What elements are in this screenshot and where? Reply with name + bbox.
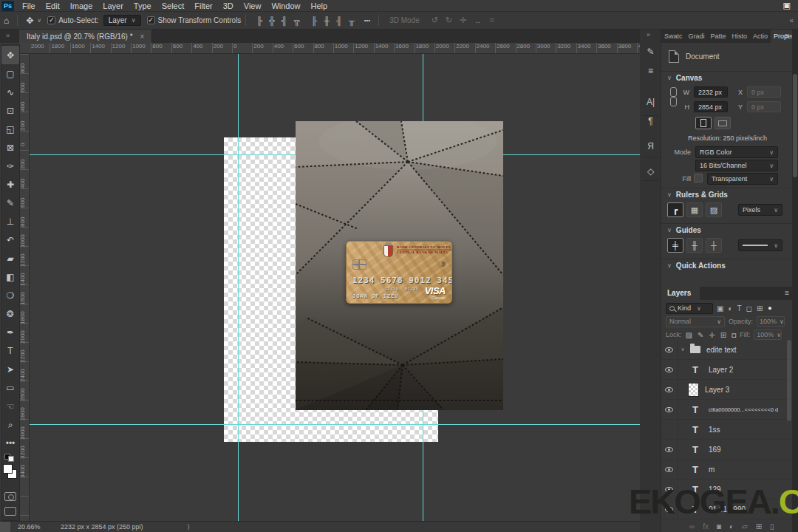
delete-layer-icon[interactable]: ▯ xyxy=(770,522,774,531)
ruler-units-dropdown[interactable]: Pixels ∨ xyxy=(738,204,782,216)
layer-row[interactable]: T 1ss xyxy=(661,420,792,440)
menu-item[interactable]: View xyxy=(239,0,267,12)
layer-row[interactable]: Layer 3 xyxy=(661,380,792,400)
pen-tool[interactable]: ✒ xyxy=(1,323,19,341)
visibility-toggle[interactable] xyxy=(661,380,678,400)
snap-toggle-icon[interactable]: ▨ xyxy=(706,202,722,217)
grid-toggle-icon[interactable]: ▦ xyxy=(686,202,703,217)
layer-name[interactable]: 169 xyxy=(709,446,721,454)
quick-actions-section-header[interactable]: ∨ Quick Actions xyxy=(661,259,792,272)
rectangle-tool[interactable]: ▭ xyxy=(1,378,19,397)
window-controls-icon[interactable]: ▣ xyxy=(783,1,791,10)
layer-row[interactable]: T 169 xyxy=(661,440,792,460)
panel-tab[interactable]: Actio xyxy=(750,30,771,43)
visibility-toggle[interactable] xyxy=(661,400,678,420)
fill-field[interactable]: 100% ∨ xyxy=(754,330,782,340)
blur-tool[interactable]: ❍ xyxy=(1,286,19,304)
width-field[interactable]: 2232 px xyxy=(694,86,728,98)
new-guide-layout-icon[interactable]: ╪ xyxy=(667,238,683,253)
clear-guides-icon[interactable]: ┼ xyxy=(706,238,722,253)
layer-thumbnail[interactable]: T xyxy=(688,464,703,475)
group-expander-icon[interactable]: ∨ xyxy=(678,347,688,352)
layer-thumbnail[interactable]: T xyxy=(688,404,703,415)
visibility-toggle[interactable] xyxy=(661,499,678,519)
menu-item[interactable]: File xyxy=(17,0,41,12)
layer-thumbnail[interactable]: T xyxy=(688,504,703,515)
menu-item[interactable]: Type xyxy=(129,0,157,12)
more-options-icon[interactable]: ••• xyxy=(361,17,374,24)
panel-tab[interactable]: Patte xyxy=(708,30,729,43)
quick-mask-button[interactable] xyxy=(4,492,16,501)
guide-horizontal-2[interactable] xyxy=(19,424,640,425)
layer-name[interactable]: Layer 2 xyxy=(709,366,733,374)
home-icon[interactable]: ⌂ xyxy=(0,16,13,26)
layer-row[interactable]: ∨ edite text xyxy=(661,340,792,360)
layer-thumbnail[interactable]: T xyxy=(688,484,703,495)
menu-item[interactable]: Edit xyxy=(41,0,65,12)
filter-shape-icon[interactable]: ◻ xyxy=(746,304,752,313)
auto-select-checkbox[interactable]: ✓ xyxy=(47,16,55,24)
filter-adjustment-icon[interactable]: ◐ xyxy=(728,304,732,313)
visibility-toggle[interactable] xyxy=(661,340,678,360)
layer-row[interactable]: T 129 xyxy=(661,480,792,499)
link-dimensions-icon[interactable] xyxy=(670,87,676,108)
eraser-tool[interactable]: ▰ xyxy=(1,249,19,267)
credit-card-layer[interactable]: BANK ĊENTRALI TA' MALTA CENTRAL BANK OF … xyxy=(346,241,452,304)
layer-name[interactable]: 01.01.1990 xyxy=(709,505,746,514)
lock-all-icon[interactable]: ◘ xyxy=(732,331,736,339)
auto-select-target-dropdown[interactable]: Layer ∨ xyxy=(103,15,141,26)
lock-artboard-icon[interactable]: ⊞ xyxy=(720,331,726,339)
brush-settings-icon[interactable]: ✎ xyxy=(640,43,661,61)
link-layers-icon[interactable]: ∞ xyxy=(689,522,695,531)
distribute-left-icon[interactable]: ╟ xyxy=(312,16,318,25)
tool-preset-chevron-icon[interactable]: ∨ xyxy=(37,17,41,24)
layer-thumbnail[interactable] xyxy=(690,346,700,353)
adjustment-layer-icon[interactable]: ◐ xyxy=(729,522,734,531)
horizontal-ruler[interactable]: 2000180016001400120010008006004002000200… xyxy=(30,43,640,54)
guide-style-dropdown[interactable]: ∨ xyxy=(738,239,782,251)
foreground-color-swatch[interactable] xyxy=(3,464,13,474)
gradient-tool[interactable]: ◧ xyxy=(1,267,19,286)
default-colors-icon[interactable] xyxy=(1,452,19,461)
height-field[interactable]: 2854 px xyxy=(694,101,728,112)
visibility-toggle[interactable] xyxy=(661,440,678,460)
clone-stamp-tool[interactable]: ⊥ xyxy=(1,212,19,231)
frame-tool[interactable]: ⊠ xyxy=(1,138,19,157)
filter-kind-dropdown[interactable]: Kind ∨ xyxy=(666,303,713,314)
layer-name[interactable]: m xyxy=(709,466,715,474)
crop-tool[interactable]: ◱ xyxy=(1,120,19,138)
layer-thumbnail[interactable]: T xyxy=(688,424,703,435)
layer-name[interactable]: 1ss xyxy=(709,426,720,434)
camera-3d-icon[interactable]: ⌗ xyxy=(489,16,494,25)
drag-3d-icon[interactable]: ✛ xyxy=(460,16,466,25)
character-panel-icon[interactable]: A| xyxy=(640,93,661,111)
rulers-grids-section-header[interactable]: ∨ Rulers & Grids xyxy=(661,188,792,201)
bit-depth-dropdown[interactable]: 16 Bits/Channel ∨ xyxy=(695,160,778,171)
hand-tool[interactable]: ☜ xyxy=(1,397,19,415)
panel-menu-icon[interactable]: ≡ xyxy=(785,32,789,40)
menu-item[interactable]: Help xyxy=(306,0,333,12)
align-right-icon[interactable]: ╣ xyxy=(282,16,287,25)
move-tool[interactable]: ✥ xyxy=(1,46,19,64)
canvas-area[interactable]: 2000180016001400120010008006004002000200… xyxy=(0,43,640,521)
distribute-right-icon[interactable]: ╢ xyxy=(336,16,342,25)
layers-scrollbar[interactable] xyxy=(787,340,791,421)
lock-guides-icon[interactable]: ╫ xyxy=(686,238,703,253)
object-selection-tool[interactable]: ⊡ xyxy=(1,101,19,120)
layer-name[interactable]: cilta0000000...<<<<<<<<0 d xyxy=(709,406,778,413)
menu-item[interactable]: Select xyxy=(157,0,190,12)
expand-panels-icon[interactable]: » xyxy=(647,31,650,38)
new-layer-icon[interactable]: ⊞ xyxy=(756,522,762,531)
edit-toolbar[interactable]: ••• xyxy=(1,434,19,452)
guides-section-header[interactable]: ∨ Guides xyxy=(661,223,792,236)
ruler-toggle-icon[interactable]: ┏ xyxy=(667,202,683,217)
visibility-toggle[interactable] xyxy=(661,480,678,499)
lock-paint-icon[interactable]: ✎ xyxy=(698,331,703,339)
visibility-toggle[interactable] xyxy=(661,420,678,440)
menu-item[interactable]: Window xyxy=(266,0,305,12)
menu-item[interactable]: Image xyxy=(65,0,98,12)
toolbar-collapse-icon[interactable]: » xyxy=(6,32,10,39)
menu-item[interactable]: 3D xyxy=(218,0,239,12)
lock-transparent-icon[interactable]: ▨ xyxy=(686,331,692,339)
visibility-toggle[interactable] xyxy=(661,360,678,380)
